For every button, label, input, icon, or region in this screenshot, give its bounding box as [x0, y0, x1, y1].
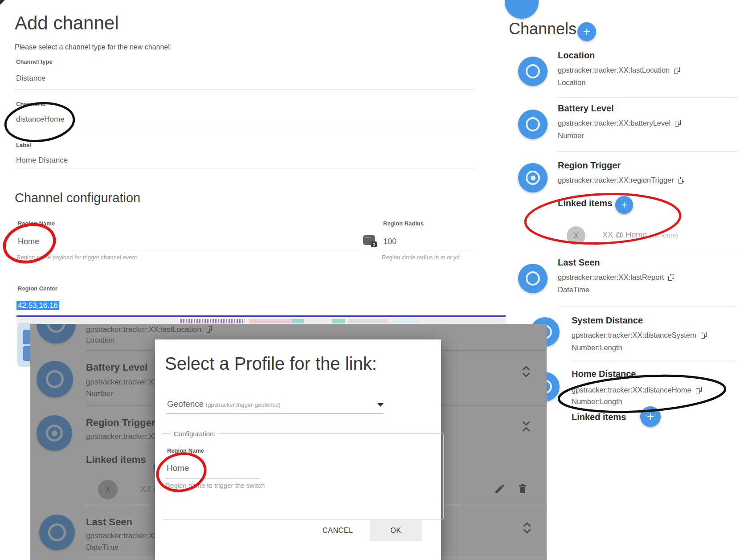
- syntax-smudge: [249, 319, 294, 323]
- dialog-title: Select a Profile for the link:: [165, 354, 377, 374]
- channel-uid: gpstracker:tracker:XX:distanceHome: [572, 386, 702, 394]
- divider: [571, 360, 737, 360]
- divider: [557, 307, 737, 307]
- profile-dialog: Select a Profile for the link: Geofence …: [155, 339, 441, 560]
- add-channel-button[interactable]: +: [577, 22, 596, 41]
- region-center-field[interactable]: 42.53,16.16: [16, 301, 59, 310]
- syntax-smudge: [180, 319, 245, 323]
- channel-uid-text: gpstracker:tracker:XX:lastReport: [558, 273, 664, 281]
- channel-state-icon: [518, 264, 548, 293]
- channel-item-type: Number:Length: [572, 343, 622, 352]
- region-name-field[interactable]: Home: [18, 237, 39, 246]
- copy-icon[interactable]: [696, 387, 702, 393]
- cancel-button[interactable]: CANCEL: [316, 522, 360, 539]
- divider: [16, 250, 361, 250]
- autofill-badge: 3: [371, 241, 377, 247]
- region-radius-field[interactable]: 100: [383, 237, 397, 246]
- plus-icon: +: [583, 25, 590, 39]
- channel-uid-text: gpstracker:tracker:XX:distanceSystem: [572, 331, 696, 339]
- channel-type-select[interactable]: Distance: [16, 74, 45, 83]
- add-linked-item-button[interactable]: +: [615, 196, 633, 214]
- copy-icon[interactable]: [674, 67, 680, 74]
- divider: [15, 128, 475, 128]
- linked-item-avatar: X: [567, 226, 585, 245]
- copy-icon[interactable]: [675, 120, 681, 127]
- region-name-field[interactable]: Home: [167, 463, 189, 473]
- add-linked-item-button[interactable]: +: [640, 406, 661, 427]
- channel-trigger-icon: [518, 163, 548, 192]
- screen: Add channel Please select a channel type…: [0, 0, 744, 560]
- plus-icon: +: [621, 199, 627, 211]
- ok-button[interactable]: OK: [370, 520, 422, 541]
- configuration-fieldset: Configuration: Region Name Home Region n…: [162, 430, 444, 519]
- copy-icon[interactable]: [679, 177, 684, 184]
- channel-uid-text: gpstracker:tracker:XX:lastLocation: [558, 66, 670, 74]
- channel-id-label: Channel Id: [16, 101, 45, 107]
- copy-icon[interactable]: [668, 274, 674, 281]
- channel-id-field[interactable]: distanceHome: [16, 115, 65, 124]
- channel-type-label: Channel type: [16, 58, 53, 65]
- label-field[interactable]: Home Distance: [16, 156, 68, 165]
- channel-item-type: Number: [558, 131, 584, 140]
- profile-select-value: Geofence: [167, 399, 204, 409]
- channel-uid: gpstracker:tracker:XX:lastLocation: [558, 66, 680, 74]
- autofill-dots: ⋯: [365, 234, 372, 241]
- region-name-helper: Region name to trigger the switch: [165, 482, 265, 489]
- divider: [557, 151, 737, 152]
- linked-items-header: Linked items: [558, 198, 612, 208]
- plus-icon: +: [647, 410, 654, 424]
- channel-uid-text: gpstracker:tracker:XX:regionTrigger: [558, 176, 674, 184]
- avatar-letter: X: [573, 231, 579, 241]
- channel-uid-text: gpstracker:tracker:XX:distanceHome: [572, 386, 691, 394]
- channel-title: Home Distance: [572, 369, 636, 379]
- region-center-label: Region Center: [18, 285, 57, 292]
- label-label: Label: [16, 142, 31, 148]
- channel-title: System Distance: [572, 315, 643, 326]
- divider: [165, 478, 260, 479]
- syntax-smudge: [292, 319, 304, 323]
- configuration-legend: Configuration:: [171, 430, 218, 437]
- channel-uid: gpstracker:tracker:XX:distanceSystem: [572, 331, 707, 339]
- channel-uid: gpstracker:tracker:XX:batteryLevel: [558, 119, 681, 127]
- region-radius-label: Region Radius: [383, 220, 424, 227]
- divider: [557, 252, 737, 252]
- channels-title: Channels: [509, 20, 576, 38]
- channel-title: Battery Level: [558, 103, 614, 114]
- channel-uid: gpstracker:tracker:XX:lastReport: [558, 273, 674, 282]
- channel-item-type: Number:Length: [572, 397, 622, 406]
- chevron-down-icon[interactable]: [377, 403, 384, 407]
- copy-icon[interactable]: [701, 332, 707, 339]
- region-name-label: Region Name: [167, 447, 204, 454]
- page-title: Add channel: [15, 12, 119, 34]
- linked-item-suffix: (xxHome): [649, 231, 678, 239]
- divider: [15, 89, 475, 90]
- channel-title: Last Seen: [558, 258, 600, 268]
- profile-select-detail: (gpstracker:trigger-geofence): [206, 401, 281, 408]
- form-autofill-icon[interactable]: ⋯ 3: [363, 235, 375, 245]
- divider: [166, 413, 384, 414]
- section-title: Channel configuration: [15, 191, 140, 205]
- channel-title: Location: [558, 50, 595, 61]
- corner-artifact: [0, 0, 5, 5]
- channel-uid: gpstracker:tracker:XX:regionTrigger: [558, 176, 684, 184]
- underlying-screenshot-strip: [16, 318, 506, 324]
- region-name-label: Region Name: [18, 220, 55, 227]
- partial-circle-icon: [505, 0, 539, 19]
- profile-select[interactable]: Geofence (gpstracker:trigger-geofence): [167, 399, 281, 409]
- page-subtitle: Please select a channel type for the new…: [15, 43, 172, 51]
- syntax-smudge: [348, 319, 388, 323]
- channel-state-icon: [518, 110, 548, 139]
- linked-item-label: XX @ Home (xxHome): [602, 230, 678, 240]
- divider: [382, 250, 475, 250]
- selected-text: 42.53,16.16: [16, 301, 59, 310]
- linked-items-header: Linked items: [572, 412, 626, 422]
- region-radius-helper: Region circle radius in m or yd: [382, 254, 460, 261]
- syntax-smudge: [393, 319, 420, 323]
- divider: [15, 168, 475, 168]
- channel-title: Region Trigger: [558, 160, 621, 171]
- channel-item-type: DateTime: [558, 286, 589, 294]
- region-name-helper: Region name payload for trigger channel …: [16, 254, 137, 261]
- linked-item-name: XX @ Home: [602, 230, 647, 239]
- divider: [557, 97, 737, 98]
- channel-state-icon: [518, 57, 548, 86]
